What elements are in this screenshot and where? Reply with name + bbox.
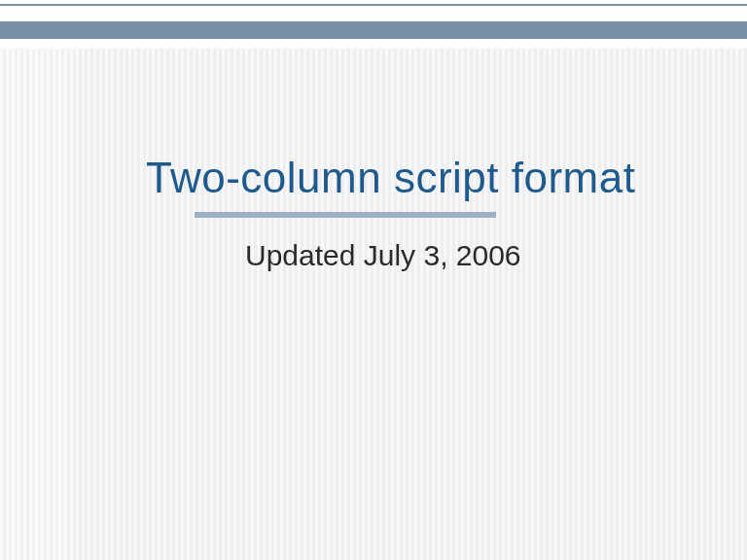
background-pinstripes-light: [0, 49, 78, 560]
title-underline: [195, 212, 496, 218]
decorative-top-line: [0, 4, 747, 6]
slide-subtitle: Updated July 3, 2006: [245, 239, 521, 272]
slide-title: Two-column script format: [146, 154, 635, 202]
background-pinstripes: [0, 49, 747, 560]
decorative-top-bar: [0, 21, 747, 39]
